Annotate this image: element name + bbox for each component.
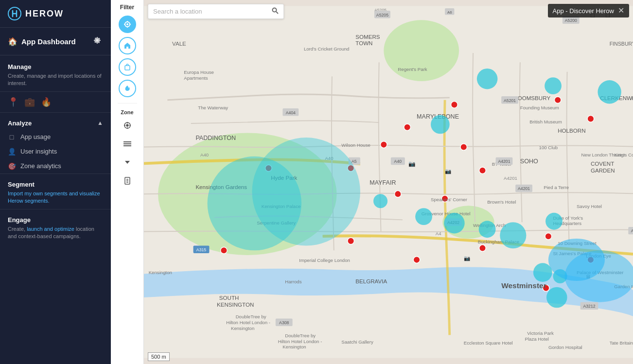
svg-point-42 xyxy=(479,245,486,252)
svg-text:A315: A315 xyxy=(196,247,206,252)
svg-point-39 xyxy=(460,144,467,151)
manage-desc: Create, manage and import locations of i… xyxy=(8,72,103,87)
search-input[interactable] xyxy=(153,8,269,15)
logo-text: HEROW xyxy=(25,9,64,19)
svg-text:King's College London: King's College London xyxy=(614,152,633,157)
nav-zone-analytics-label: Zone analytics xyxy=(20,162,61,170)
svg-text:A301: A301 xyxy=(631,228,633,233)
home-icon: 🏠 xyxy=(8,37,18,46)
svg-text:Wilson House: Wilson House xyxy=(341,142,370,148)
svg-text:Apartments: Apartments xyxy=(184,75,208,81)
svg-point-2 xyxy=(126,23,128,25)
map-pin-icon[interactable]: 📍 xyxy=(8,97,18,107)
data-circle-7 xyxy=(415,208,432,225)
svg-text:Brown's Hotel: Brown's Hotel xyxy=(487,199,516,205)
app-usage-icon: □ xyxy=(8,133,16,141)
svg-line-22 xyxy=(276,12,278,14)
analyze-title: Analyze xyxy=(8,120,32,127)
map-scale: 500 m xyxy=(148,352,170,361)
svg-text:Gordon Hospital: Gordon Hospital xyxy=(548,345,582,350)
logo-area: HEROW xyxy=(0,0,111,28)
svg-text:Pied a Terre: Pied a Terre xyxy=(544,185,569,190)
svg-text:Victoria Park: Victoria Park xyxy=(527,330,554,336)
svg-text:VALE: VALE xyxy=(172,40,186,47)
svg-text:SOHO: SOHO xyxy=(520,158,538,165)
svg-text:📷: 📷 xyxy=(408,160,416,167)
svg-text:Europa House: Europa House xyxy=(184,70,214,75)
svg-point-38 xyxy=(451,102,458,108)
filter-divider xyxy=(118,103,137,104)
svg-point-9 xyxy=(126,124,128,126)
scale-text: 500 m xyxy=(151,354,166,360)
zone-doc-btn[interactable] xyxy=(120,173,135,189)
nav-app-usage-label: App usage xyxy=(20,133,51,140)
data-circle-10 xyxy=(500,222,526,248)
engage-link[interactable]: launch and optimize xyxy=(27,226,74,232)
svg-text:Founding Museum: Founding Museum xyxy=(520,105,559,110)
filter-target-btn[interactable] xyxy=(119,16,136,33)
nav-user-insights[interactable]: 👤 User insights xyxy=(0,144,111,159)
svg-point-47 xyxy=(587,116,594,122)
svg-text:📷: 📷 xyxy=(464,255,471,261)
svg-text:MAYFAIR: MAYFAIR xyxy=(369,179,396,186)
svg-text:A4: A4 xyxy=(436,231,441,236)
nav-app-usage[interactable]: □ App usage xyxy=(0,130,111,144)
svg-text:A5: A5 xyxy=(352,159,357,164)
svg-text:British Museum: British Museum xyxy=(529,119,562,124)
svg-text:A40: A40 xyxy=(394,159,402,164)
svg-text:Harrods: Harrods xyxy=(285,279,302,284)
filter-bag-btn[interactable] xyxy=(119,58,136,76)
zone-target-btn[interactable] xyxy=(120,118,135,133)
chevron-up-icon: ▲ xyxy=(97,120,103,126)
svg-text:Westminster: Westminster xyxy=(501,281,546,290)
svg-text:A5205: A5205 xyxy=(376,13,388,17)
filter-fire-btn[interactable] xyxy=(119,80,136,97)
filter-home-btn[interactable] xyxy=(119,37,136,54)
nav-user-insights-label: User insights xyxy=(20,148,57,155)
svg-text:SOUTH: SOUTH xyxy=(219,295,239,301)
engage-desc: Create, launch and optimize location and… xyxy=(8,225,103,241)
svg-text:Kensington: Kensington xyxy=(149,270,172,275)
svg-point-36 xyxy=(381,141,387,148)
search-button[interactable] xyxy=(269,7,279,16)
manage-icons: 📍 💼 🔥 xyxy=(0,92,111,113)
svg-text:Imperial College London: Imperial College London xyxy=(299,258,350,263)
analyze-header: Analyze ▲ xyxy=(0,113,111,130)
svg-point-43 xyxy=(413,257,420,263)
svg-text:SOMERS: SOMERS xyxy=(355,34,380,40)
svg-text:A404: A404 xyxy=(286,110,296,115)
svg-text:The Waterway: The Waterway xyxy=(198,105,228,110)
svg-point-37 xyxy=(404,124,411,131)
segment-desc: Import my own segments and visualize Her… xyxy=(8,190,103,205)
svg-rect-15 xyxy=(123,143,131,144)
data-circle-8 xyxy=(444,213,465,234)
segment-title: Segment xyxy=(8,181,103,188)
data-circle-11 xyxy=(545,213,563,230)
flame-icon[interactable]: 🔥 xyxy=(41,97,52,107)
banner-close-button[interactable]: ✕ xyxy=(618,7,624,15)
svg-point-25 xyxy=(384,20,459,81)
data-circle-6 xyxy=(373,194,387,208)
zone-label: Zone xyxy=(121,107,133,116)
zone-list-btn[interactable] xyxy=(120,136,135,152)
segment-link[interactable]: Import my own segments and visualize Her… xyxy=(8,191,100,204)
settings-button[interactable] xyxy=(91,35,103,48)
svg-rect-14 xyxy=(123,141,131,142)
map-svg[interactable]: A40 A4 A4201 A40 A1 B100 A5205 xyxy=(144,0,633,364)
banner-text: App - Discover Herow xyxy=(553,7,614,15)
svg-text:Tate Britain: Tate Britain xyxy=(610,340,633,346)
svg-text:Regent's Park: Regent's Park xyxy=(398,67,427,72)
svg-text:📷: 📷 xyxy=(445,168,452,174)
data-circle-12 xyxy=(533,263,552,282)
filter-panel: Filter Zone xyxy=(111,0,144,364)
zone-down-btn[interactable] xyxy=(120,155,135,170)
svg-text:TOWN: TOWN xyxy=(355,40,372,46)
svg-text:A5201: A5201 xyxy=(504,98,516,103)
svg-text:Lord's Cricket Ground: Lord's Cricket Ground xyxy=(304,46,350,52)
briefcase-icon[interactable]: 💼 xyxy=(24,97,35,107)
svg-rect-16 xyxy=(123,145,131,146)
nav-zone-analytics[interactable]: 🎯 Zone analytics xyxy=(0,159,111,173)
engage-title: Engage xyxy=(8,216,103,224)
user-insights-icon: 👤 xyxy=(8,148,16,156)
manage-section: Manage Create, manage and import locatio… xyxy=(0,55,111,92)
